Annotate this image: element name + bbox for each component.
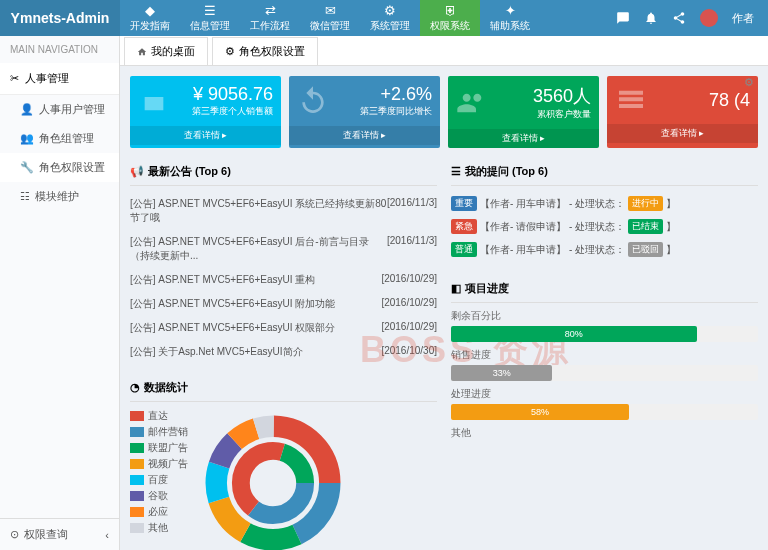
sidebar-title: MAIN NAVIGATION <box>0 36 119 63</box>
message-icon[interactable] <box>616 11 630 25</box>
legend-item: 邮件营销 <box>130 424 188 440</box>
legend-item: 直达 <box>130 408 188 424</box>
top-nav: ◆开发指南☰信息管理⇄工作流程✉微信管理⚙系统管理⛨权限系统✦辅助系统 <box>120 0 602 36</box>
sidebar-item-2[interactable]: 🔧角色权限设置 <box>0 153 119 182</box>
card-foot-0[interactable]: 查看详情 ▸ <box>130 126 281 145</box>
nav-item-1[interactable]: ☰信息管理 <box>180 0 240 36</box>
legend-item: 必应 <box>130 504 188 520</box>
tab-permission[interactable]: ⚙角色权限设置 <box>212 37 318 65</box>
sidebar-item-1[interactable]: 👥角色组管理 <box>0 124 119 153</box>
nav-item-5[interactable]: ⛨权限系统 <box>420 0 480 36</box>
asks-header: ☰ 我的提问 (Top 6) <box>451 158 758 186</box>
legend-item: 视频广告 <box>130 456 188 472</box>
sidebar-item-0[interactable]: 👤人事用户管理 <box>0 95 119 124</box>
announcement-row[interactable]: [公告] ASP.NET MVC5+EF6+EasyUI 权限部分[2016/1… <box>130 316 437 340</box>
legend-item: 联盟广告 <box>130 440 188 456</box>
announcements-header: 📢 最新公告 (Top 6) <box>130 158 437 186</box>
announcement-row[interactable]: [公告] ASP.NET MVC5+EF6+EasyUI 重构[2016/10/… <box>130 268 437 292</box>
sidebar: MAIN NAVIGATION ✂人事管理 👤人事用户管理👥角色组管理🔧角色权限… <box>0 36 120 550</box>
card-foot-2[interactable]: 查看详情 ▸ <box>448 129 599 148</box>
nav-item-0[interactable]: ◆开发指南 <box>120 0 180 36</box>
progress-row: 处理进度58% <box>451 387 758 420</box>
tab-bar: 我的桌面 ⚙角色权限设置 <box>120 36 768 66</box>
stat-card-3: 78 (4查看详情 ▸ <box>607 76 758 148</box>
sidebar-item-3[interactable]: ☷模块维护 <box>0 182 119 211</box>
stat-card-1: +2.6%第三季度同比增长查看详情 ▸ <box>289 76 440 148</box>
nav-item-2[interactable]: ⇄工作流程 <box>240 0 300 36</box>
announcement-row[interactable]: [公告] 关于Asp.Net MVC5+EasyUI简介[2016/10/30] <box>130 340 437 364</box>
bell-icon[interactable] <box>644 11 658 25</box>
ask-row[interactable]: 重要【作者- 用车申请】 - 处理状态：进行中】 <box>451 192 758 215</box>
card-foot-1[interactable]: 查看详情 ▸ <box>289 126 440 145</box>
tab-desktop[interactable]: 我的桌面 <box>124 37 208 65</box>
ask-row[interactable]: 紧急【作者- 请假申请】 - 处理状态：已结束】 <box>451 215 758 238</box>
brand-logo[interactable]: Ymnets-Admin <box>0 0 120 36</box>
progress-row: 其他 <box>451 426 758 440</box>
gear-icon[interactable]: ⚙ <box>744 76 754 89</box>
ask-row[interactable]: 普通【作者- 用车申请】 - 处理状态：已驳回】 <box>451 238 758 261</box>
sidebar-group[interactable]: ✂人事管理 <box>0 63 119 95</box>
nav-item-4[interactable]: ⚙系统管理 <box>360 0 420 36</box>
stats-header: ◔ 数据统计 <box>130 374 437 402</box>
svg-point-11 <box>241 451 305 515</box>
announcement-row[interactable]: [公告] ASP.NET MVC5+EF6+EasyUI 附加功能[2016/1… <box>130 292 437 316</box>
legend-item: 其他 <box>130 520 188 536</box>
progress-row: 剩余百分比80% <box>451 309 758 342</box>
stat-card-0: ¥ 9056.76第三季度个人销售额查看详情 ▸ <box>130 76 281 148</box>
user-label[interactable]: 作者 <box>732 11 754 26</box>
donut-chart <box>198 408 348 550</box>
legend-item: 百度 <box>130 472 188 488</box>
stat-card-2: 3560人累积客户数量查看详情 ▸ <box>448 76 599 148</box>
progress-row: 销售进度33% <box>451 348 758 381</box>
nav-item-3[interactable]: ✉微信管理 <box>300 0 360 36</box>
share-icon[interactable] <box>672 11 686 25</box>
sidebar-bottom[interactable]: ⊙权限查询‹ <box>0 518 119 550</box>
avatar[interactable] <box>700 9 718 27</box>
chart-legend: 直达邮件营销联盟广告视频广告百度谷歌必应其他 <box>130 408 188 550</box>
project-header: ◧ 项目进度 <box>451 275 758 303</box>
top-right-tools: 作者 <box>602 0 768 36</box>
nav-item-6[interactable]: ✦辅助系统 <box>480 0 540 36</box>
announcement-row[interactable]: [公告] ASP.NET MVC5+EF6+EasyUI 后台-前言与目录（持续… <box>130 230 437 268</box>
announcement-row[interactable]: [公告] ASP.NET MVC5+EF6+EasyUI 系统已经持续更新80节… <box>130 192 437 230</box>
card-foot-3[interactable]: 查看详情 ▸ <box>607 124 758 143</box>
legend-item: 谷歌 <box>130 488 188 504</box>
